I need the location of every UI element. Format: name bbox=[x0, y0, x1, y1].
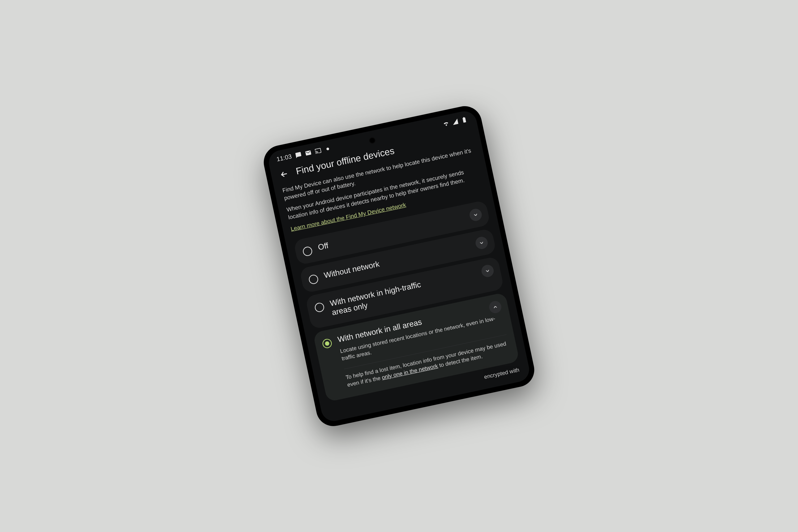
chevron-down-icon bbox=[478, 240, 485, 246]
phone-frame: 11:03 ● bbox=[261, 103, 537, 429]
status-time: 11:03 bbox=[276, 153, 292, 163]
arrow-left-icon bbox=[279, 168, 290, 179]
radio-high-traffic[interactable] bbox=[314, 302, 325, 313]
chevron-down-icon bbox=[472, 211, 479, 218]
radio-off[interactable] bbox=[302, 246, 313, 257]
wifi-icon bbox=[442, 120, 450, 128]
gmail-icon bbox=[304, 149, 312, 157]
battery-icon bbox=[460, 116, 468, 124]
radio-without-network[interactable] bbox=[308, 274, 319, 285]
content: Find My Device can also use the network … bbox=[274, 144, 527, 403]
back-button[interactable] bbox=[278, 168, 290, 180]
chevron-down-icon bbox=[484, 267, 491, 274]
chevron-up-icon bbox=[492, 303, 499, 310]
radio-all-areas[interactable] bbox=[322, 338, 332, 349]
more-icon: ● bbox=[324, 145, 331, 153]
screen: 11:03 ● bbox=[267, 109, 531, 423]
cast-icon bbox=[314, 147, 322, 155]
signal-icon bbox=[451, 118, 459, 126]
chat-icon bbox=[294, 151, 302, 159]
